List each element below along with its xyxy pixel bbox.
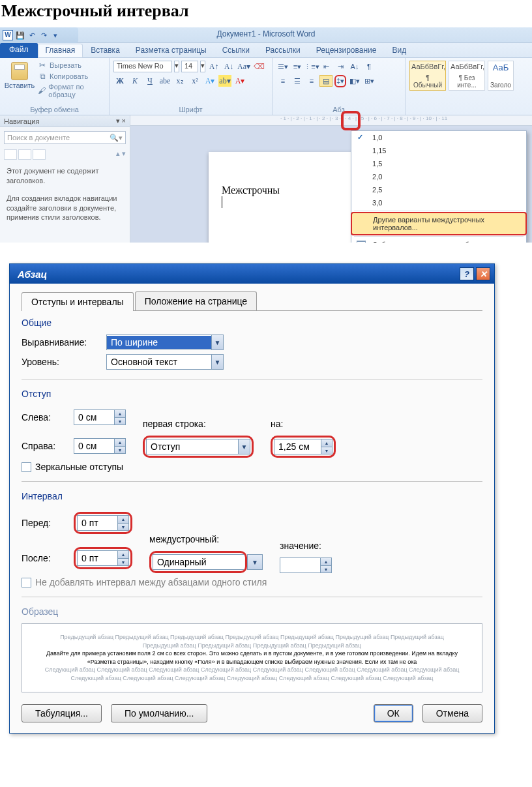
underline-button[interactable]: Ч bbox=[143, 75, 156, 87]
spin-up-icon[interactable]: ▲ bbox=[321, 439, 332, 447]
ok-button[interactable]: ОК bbox=[374, 704, 413, 722]
grow-font-icon[interactable]: A↑ bbox=[207, 61, 220, 72]
tab-pageflow[interactable]: Положение на странице bbox=[135, 291, 257, 310]
mirror-indents-checkbox[interactable]: Зеркальные отступы bbox=[22, 462, 482, 472]
spin-up-icon[interactable]: ▲ bbox=[118, 516, 128, 523]
font-family-dropdown-icon[interactable]: ▾ bbox=[174, 61, 179, 72]
strike-button[interactable]: abe bbox=[158, 75, 171, 87]
nav-collapse-icon[interactable]: ▴ ▾ bbox=[116, 149, 126, 160]
nav-view-pages-icon[interactable] bbox=[18, 149, 31, 160]
superscript-button[interactable]: x² bbox=[188, 75, 201, 87]
dialog-titlebar[interactable]: Абзац ? ✕ bbox=[10, 264, 494, 284]
references-tab[interactable]: Ссылки bbox=[214, 44, 258, 57]
italic-button[interactable]: К bbox=[128, 75, 141, 87]
linespacing-at-spinner[interactable]: ▲▼ bbox=[280, 557, 332, 573]
close-button[interactable]: ✕ bbox=[476, 267, 490, 280]
style-heading1[interactable]: АаБ Заголо bbox=[488, 61, 514, 91]
indent-left-spinner[interactable]: 0 см ▲▼ bbox=[74, 409, 126, 425]
ls-option-2-5[interactable]: 2,5 bbox=[351, 183, 526, 196]
numbering-icon[interactable]: ≡▾ bbox=[291, 61, 304, 72]
ls-option-1-15[interactable]: 1,15 bbox=[351, 144, 526, 157]
spin-up-icon[interactable]: ▲ bbox=[321, 558, 331, 565]
style-normal[interactable]: АаБбВвГг, ¶ Обычный bbox=[409, 61, 446, 91]
format-painter-button[interactable]: 🖌Формат по образцу bbox=[38, 83, 105, 98]
set-default-button[interactable]: По умолчанию... bbox=[111, 704, 207, 722]
cut-button[interactable]: ✂Вырезать bbox=[38, 61, 105, 70]
preview-sample-text: Давайте для примера установим поля 2 см … bbox=[42, 649, 462, 666]
sort-icon[interactable]: A↓ bbox=[348, 61, 361, 72]
ruler[interactable]: · 1 · | · 2 · | · 1 · | · 2 · | · 3 · | … bbox=[130, 115, 532, 126]
highlight-icon[interactable]: ab▾ bbox=[218, 75, 231, 87]
bold-button[interactable]: Ж bbox=[113, 75, 126, 87]
font-color-icon[interactable]: A▾ bbox=[233, 75, 246, 87]
alignment-combo[interactable]: По ширине ▼ bbox=[106, 334, 224, 350]
mailings-tab[interactable]: Рассылки bbox=[258, 44, 308, 57]
align-right-icon[interactable]: ≡ bbox=[305, 75, 318, 87]
insert-tab[interactable]: Вставка bbox=[83, 44, 128, 57]
chevron-down-icon: ▼ bbox=[238, 439, 250, 454]
font-family-combo[interactable]: Times New Ro bbox=[113, 61, 172, 72]
spin-down-icon[interactable]: ▼ bbox=[115, 446, 125, 453]
align-center-icon[interactable]: ☰ bbox=[291, 75, 304, 87]
font-size-combo[interactable]: 14 bbox=[181, 61, 198, 72]
change-case-icon[interactable]: Aa▾ bbox=[237, 61, 250, 72]
align-left-icon[interactable]: ≡ bbox=[276, 75, 289, 87]
space-before-spinner[interactable]: 0 пт ▲▼ bbox=[77, 515, 129, 531]
ls-option-3[interactable]: 3,0 bbox=[351, 196, 526, 209]
nav-close-icon[interactable]: × bbox=[122, 117, 126, 125]
nav-search-input[interactable]: Поиск в документе 🔍▾ bbox=[4, 131, 126, 144]
file-tab[interactable]: Файл bbox=[0, 43, 38, 58]
copy-button[interactable]: ⧉Копировать bbox=[38, 72, 105, 81]
decrease-indent-icon[interactable]: ⇤ bbox=[319, 61, 332, 72]
ls-option-2[interactable]: 2,0 bbox=[351, 170, 526, 183]
spin-up-icon[interactable]: ▲ bbox=[115, 439, 125, 446]
outline-level-combo[interactable]: Основной текст ▼ bbox=[106, 354, 224, 370]
view-tab[interactable]: Вид bbox=[384, 44, 414, 57]
style-no-spacing[interactable]: АаБбВвГг, ¶ Без инте... bbox=[449, 61, 485, 91]
help-button[interactable]: ? bbox=[460, 267, 474, 280]
linespacing-combo-button[interactable]: ▼ bbox=[247, 554, 263, 570]
font-size-dropdown-icon[interactable]: ▾ bbox=[200, 61, 205, 72]
spin-down-icon[interactable]: ▼ bbox=[118, 523, 128, 530]
spin-down-icon[interactable]: ▼ bbox=[118, 558, 128, 565]
ls-add-before[interactable]: Добавить интервал перед абзацем bbox=[351, 238, 526, 243]
paste-button[interactable]: Вставить bbox=[4, 61, 35, 98]
layout-tab[interactable]: Разметка страницы bbox=[128, 44, 214, 57]
spin-down-icon[interactable]: ▼ bbox=[321, 565, 331, 572]
multilevel-icon[interactable]: ⋮≡▾ bbox=[305, 61, 318, 72]
justify-icon[interactable]: ▤ bbox=[319, 75, 332, 87]
navigation-pane: Навигация ▾ × Поиск в документе 🔍▾ ▴ ▾ Э… bbox=[0, 115, 130, 243]
spin-down-icon[interactable]: ▼ bbox=[321, 447, 332, 454]
bullets-icon[interactable]: ☰▾ bbox=[276, 61, 289, 72]
clear-formatting-icon[interactable]: ⌫ bbox=[252, 61, 265, 72]
firstline-combo[interactable]: Отступ ▼ bbox=[146, 439, 250, 454]
text-effects-icon[interactable]: A▾ bbox=[203, 75, 216, 87]
cancel-button[interactable]: Отмена bbox=[422, 704, 482, 722]
spin-up-icon[interactable]: ▲ bbox=[115, 410, 125, 417]
line-spacing-button[interactable]: ‡▾ bbox=[334, 75, 347, 87]
alignment-label: Выравнивание: bbox=[22, 337, 106, 348]
borders-icon[interactable]: ⊞▾ bbox=[362, 75, 376, 87]
indent-right-spinner[interactable]: 0 см ▲▼ bbox=[74, 438, 126, 454]
home-tab[interactable]: Главная bbox=[38, 44, 83, 57]
increase-indent-icon[interactable]: ⇥ bbox=[334, 61, 347, 72]
spin-down-icon[interactable]: ▼ bbox=[115, 417, 125, 424]
review-tab[interactable]: Рецензирование bbox=[308, 44, 385, 57]
tab-indents[interactable]: Отступы и интервалы bbox=[22, 292, 134, 311]
shading-icon[interactable]: ◧▾ bbox=[348, 75, 361, 87]
space-after-spinner[interactable]: 0 пт ▲▼ bbox=[77, 550, 129, 566]
linespacing-combo-value[interactable]: Одинарный bbox=[153, 554, 244, 570]
nav-dropdown-icon[interactable]: ▾ bbox=[116, 117, 120, 125]
dont-add-space-checkbox[interactable]: Не добавлять интервал между абзацами одн… bbox=[22, 577, 482, 587]
spin-up-icon[interactable]: ▲ bbox=[118, 551, 128, 558]
show-marks-icon[interactable]: ¶ bbox=[362, 61, 376, 72]
subscript-button[interactable]: x₂ bbox=[173, 75, 186, 87]
ls-option-1-5[interactable]: 1,5 bbox=[351, 157, 526, 170]
nav-view-headings-icon[interactable] bbox=[4, 149, 17, 160]
nav-view-results-icon[interactable] bbox=[33, 149, 46, 160]
shrink-font-icon[interactable]: A↓ bbox=[222, 61, 235, 72]
ls-other-options[interactable]: Другие варианты междустрочных интервалов… bbox=[351, 213, 526, 235]
ls-option-1[interactable]: 1,0 bbox=[351, 131, 526, 144]
indent-by-spinner[interactable]: 1,25 см ▲▼ bbox=[274, 439, 332, 454]
tabs-button[interactable]: Табуляция... bbox=[22, 704, 102, 722]
